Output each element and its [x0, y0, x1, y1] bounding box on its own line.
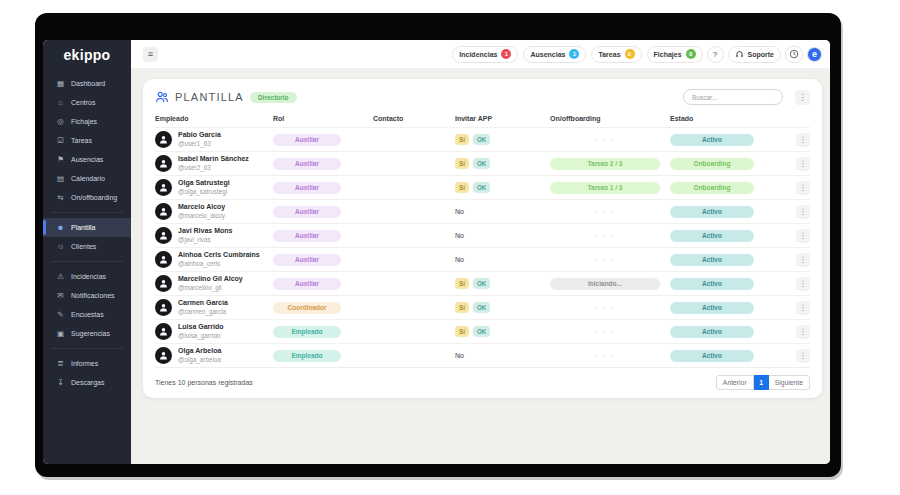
row-menu-button[interactable]: ⋮ [796, 133, 810, 147]
col-contacto: Contacto [373, 115, 455, 122]
people-icon [155, 90, 169, 104]
badge-count: 0 [625, 49, 635, 59]
pagination-prev-button[interactable]: Anterior [716, 375, 754, 390]
role-cell: Auxiliar [273, 182, 373, 194]
status-badge: Onboarding [670, 182, 754, 194]
directorio-badge: Directorio [250, 92, 297, 103]
badge-label: Ausencias [530, 51, 565, 58]
sidebar-item-sugerencias[interactable]: ▣Sugerencias [43, 324, 131, 343]
role-badge: Empleado [273, 326, 341, 338]
employee-cell[interactable]: Pablo García @user1_63 [155, 131, 273, 148]
employee-cell[interactable]: Javi Rivas Mons @javi_rivas [155, 227, 273, 244]
row-menu-button[interactable]: ⋮ [796, 301, 810, 315]
invite-ok-badge: OK [473, 326, 490, 337]
sidebar-nav: ▦Dashboard⌂Centros◎Fichajes☑Tareas⚑Ausen… [43, 70, 131, 464]
row-menu-button[interactable]: ⋮ [796, 325, 810, 339]
pagination-page-1[interactable]: 1 [754, 375, 769, 390]
employee-name: Marcelo Alcoy [178, 203, 225, 212]
employee-cell[interactable]: Marcelo Alcoy @marcelo_alcoy [155, 203, 273, 220]
employee-cell[interactable]: Olga Arbeloa @olga_arbeloa [155, 347, 273, 364]
actions-cell: ⋮ [780, 301, 810, 315]
role-badge: Auxiliar [273, 206, 341, 218]
sidebar-item-label: Informes [71, 360, 98, 367]
sidebar-item-ausencias[interactable]: ⚑Ausencias [43, 150, 131, 169]
estado-cell: Onboarding [670, 158, 780, 170]
employee-handle: @olga_satrustegi [178, 188, 230, 196]
sidebar-item-on-offboarding[interactable]: ⇆On/offboarding [43, 188, 131, 207]
sidebar-item-centros[interactable]: ⌂Centros [43, 93, 131, 112]
hamburger-menu-icon[interactable]: ≡ [143, 47, 158, 62]
status-badge: Activo [670, 350, 754, 362]
employee-handle: @user2_63 [178, 164, 249, 172]
sidebar-item-descargas[interactable]: ↧Descargas [43, 373, 131, 392]
avatar [155, 203, 172, 220]
employee-cell[interactable]: Olga Satrustegi @olga_satrustegi [155, 179, 273, 196]
estado-cell: Activo [670, 350, 780, 362]
badge-count: 0 [686, 49, 696, 59]
employee-cell[interactable]: Ainhoa Cerls Cumbrains @ainhoa_cerls [155, 251, 273, 268]
employee-cell[interactable]: Luisa Garrido @luisa_garrido [155, 323, 273, 340]
row-menu-button[interactable]: ⋮ [796, 157, 810, 171]
sidebar-item-clientes[interactable]: ☺Clientes [43, 237, 131, 256]
row-menu-button[interactable]: ⋮ [796, 277, 810, 291]
help-icon[interactable]: ? [707, 46, 724, 63]
employee-handle: @luisa_garrido [178, 332, 224, 340]
row-menu-button[interactable]: ⋮ [796, 253, 810, 267]
onboarding-empty: - - - [550, 136, 660, 143]
topbar-badge-fichajes[interactable]: Fichajes0 [647, 46, 703, 63]
row-menu-button[interactable]: ⋮ [796, 229, 810, 243]
row-menu-button[interactable]: ⋮ [796, 181, 810, 195]
sidebar-item-label: Calendario [71, 175, 105, 182]
pagination: Anterior 1 Siguiente [716, 375, 810, 390]
topbar-badge-incidencias[interactable]: Incidencias1 [452, 46, 518, 63]
onboarding-cell: - - - [550, 208, 670, 215]
search-input[interactable] [683, 89, 783, 105]
estado-cell: Activo [670, 326, 780, 338]
soporte-button[interactable]: Soporte [728, 46, 781, 63]
employee-cell[interactable]: Isabel Marín Sánchez @user2_63 [155, 155, 273, 172]
bell-icon: ⚠ [56, 272, 65, 281]
soporte-label: Soporte [748, 51, 774, 58]
sidebar-divider [51, 212, 123, 213]
row-menu-button[interactable]: ⋮ [796, 205, 810, 219]
role-cell: Auxiliar [273, 206, 373, 218]
row-menu-button[interactable]: ⋮ [796, 349, 810, 363]
table-row: Pablo García @user1_63 Auxiliar SíOK - -… [155, 127, 810, 151]
sidebar-item-dashboard[interactable]: ▦Dashboard [43, 74, 131, 93]
onboarding-badge: Iniciando... [550, 278, 660, 290]
sidebar-divider [51, 348, 123, 349]
sidebar-item-tareas[interactable]: ☑Tareas [43, 131, 131, 150]
role-cell: Auxiliar [273, 278, 373, 290]
ekippo-logo-icon[interactable]: e [807, 47, 822, 62]
employee-cell[interactable]: Carmen García @carmen_garcia [155, 299, 273, 316]
sidebar-item-plantilla[interactable]: ☻Plantilla [43, 218, 131, 237]
onboarding-cell: - - - [550, 352, 670, 359]
card-footer: Tienes 10 personas registradas Anterior … [155, 367, 810, 390]
employee-name: Isabel Marín Sánchez [178, 155, 249, 164]
onboarding-cell: - - - [550, 232, 670, 239]
col-onoffboarding: On/offboarding [550, 115, 670, 122]
badge-label: Fichajes [654, 51, 682, 58]
invite-ok-badge: OK [473, 302, 490, 313]
app-logo: ekippo [43, 40, 131, 70]
sidebar-item-informes[interactable]: ≣Informes [43, 354, 131, 373]
invite-ok-badge: OK [473, 158, 490, 169]
clock-icon[interactable] [785, 46, 803, 63]
invite-no-text: No [455, 232, 464, 239]
sidebar-item-notificaciones[interactable]: ✉Notificaciones [43, 286, 131, 305]
card-menu-button[interactable]: ⋮ [795, 90, 810, 105]
pagination-next-button[interactable]: Siguiente [769, 375, 810, 390]
estado-cell: Activo [670, 206, 780, 218]
onboarding-cell: - - - [550, 304, 670, 311]
topbar-badge-tareas[interactable]: Tareas0 [591, 46, 641, 63]
employee-cell[interactable]: Marcelino Gil Alcoy @marcelino_gil [155, 275, 273, 292]
sidebar-item-fichajes[interactable]: ◎Fichajes [43, 112, 131, 131]
invite-no-text: No [455, 352, 464, 359]
sidebar-item-incidencias[interactable]: ⚠Incidencias [43, 267, 131, 286]
person-absent-icon: ⚑ [56, 155, 65, 164]
actions-cell: ⋮ [780, 229, 810, 243]
onboarding-empty: - - - [550, 328, 660, 335]
topbar-badge-ausencias[interactable]: Ausencias1 [523, 46, 586, 63]
sidebar-item-calendario[interactable]: ▤Calendario [43, 169, 131, 188]
sidebar-item-encuestas[interactable]: ✎Encuestas [43, 305, 131, 324]
